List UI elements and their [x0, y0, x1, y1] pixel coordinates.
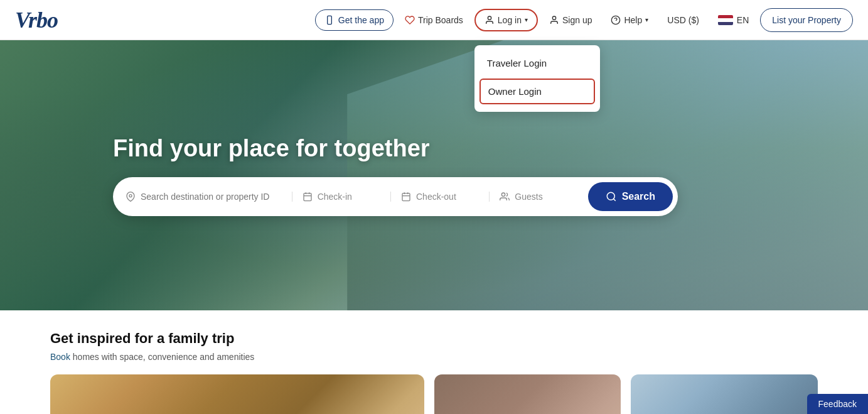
below-hero-section: Get inspired for a family trip Book home…: [0, 310, 868, 414]
search-bar: Check-in Check-out Guests: [113, 177, 678, 216]
sign-up-label: Sign up: [562, 15, 592, 25]
list-property-button[interactable]: List your Property: [760, 8, 853, 32]
book-link[interactable]: Book: [50, 352, 73, 362]
logo-text: Vrbo: [15, 8, 58, 33]
guests-icon: [500, 192, 510, 202]
checkout-field[interactable]: Check-out: [391, 192, 490, 202]
header: Vrbo Get the app Trip Boards: [0, 0, 868, 40]
get-app-button[interactable]: Get the app: [315, 9, 394, 31]
checkout-placeholder: Check-out: [416, 192, 456, 202]
main-nav: Get the app Trip Boards Log in ▾ Tr: [315, 8, 853, 32]
login-wrapper: Log in ▾ Traveler Login Owner Login: [474, 9, 538, 31]
person-icon: [549, 15, 559, 25]
language-label: EN: [737, 15, 749, 25]
traveler-login-item[interactable]: Traveler Login: [474, 50, 600, 76]
card-dog[interactable]: [434, 374, 621, 414]
card-houses-image: [50, 374, 424, 414]
card-dog-image: [434, 374, 621, 414]
user-icon: [485, 15, 495, 25]
trip-boards-label: Trip Boards: [418, 15, 463, 25]
inspiration-cards: [50, 374, 818, 414]
destination-field[interactable]: [126, 192, 292, 202]
svg-point-15: [502, 193, 505, 196]
search-icon: [606, 191, 617, 202]
login-button[interactable]: Log in ▾: [474, 9, 538, 31]
svg-line-17: [613, 199, 615, 200]
location-icon: [126, 192, 136, 202]
login-label: Log in: [498, 15, 522, 25]
search-button-label: Search: [622, 191, 655, 202]
mobile-icon: [324, 15, 335, 25]
inspired-subtitle-rest: homes with space, convenience and amenit…: [73, 352, 255, 362]
svg-point-16: [607, 192, 614, 200]
trip-boards-button[interactable]: Trip Boards: [397, 10, 471, 30]
svg-rect-7: [304, 193, 311, 200]
owner-login-label: Owner Login: [488, 86, 542, 97]
currency-button[interactable]: USD ($): [660, 10, 707, 30]
card-person-image: [631, 374, 818, 414]
traveler-login-label: Traveler Login: [487, 58, 547, 68]
feedback-button[interactable]: Feedback: [807, 394, 868, 414]
help-icon: [611, 15, 621, 25]
logo[interactable]: Vrbo: [15, 7, 58, 33]
search-input[interactable]: [141, 192, 282, 202]
hero-section: Find your place for together Check-in: [0, 40, 868, 310]
inspired-title: Get inspired for a family trip: [50, 330, 818, 347]
card-person[interactable]: [631, 374, 818, 414]
us-flag-icon: [718, 15, 733, 25]
sign-up-button[interactable]: Sign up: [542, 10, 599, 30]
svg-rect-11: [402, 193, 410, 200]
heart-icon: [405, 15, 415, 25]
list-property-label: List your Property: [772, 15, 841, 25]
calendar-checkout-icon: [401, 192, 411, 202]
hero-bg: [347, 40, 868, 310]
guests-field[interactable]: Guests: [490, 192, 587, 202]
help-chevron: ▾: [645, 16, 648, 23]
card-houses[interactable]: [50, 374, 424, 414]
owner-login-item[interactable]: Owner Login: [480, 79, 595, 104]
help-button[interactable]: Help ▾: [603, 10, 656, 30]
svg-point-3: [552, 16, 555, 19]
language-button[interactable]: EN: [710, 10, 756, 30]
help-label: Help: [624, 15, 642, 25]
currency-label: USD ($): [667, 15, 699, 25]
calendar-icon: [303, 192, 313, 202]
inspired-subtitle: Book homes with space, convenience and a…: [50, 352, 818, 362]
svg-point-2: [488, 16, 491, 19]
svg-point-6: [129, 194, 132, 197]
checkin-field[interactable]: Check-in: [292, 192, 391, 202]
get-app-label: Get the app: [338, 15, 384, 25]
hero-title: Find your place for together: [113, 135, 430, 162]
checkin-placeholder: Check-in: [318, 192, 352, 202]
search-button[interactable]: Search: [588, 182, 673, 211]
login-dropdown: Traveler Login Owner Login: [474, 45, 600, 112]
feedback-label: Feedback: [818, 399, 857, 409]
svg-rect-0: [327, 16, 331, 24]
guests-placeholder: Guests: [515, 192, 542, 202]
login-chevron: ▾: [525, 16, 528, 23]
